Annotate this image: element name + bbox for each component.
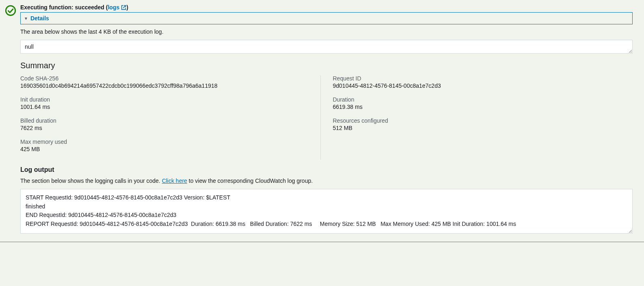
execution-result-panel: Executing function: succeeded (logs ) ▼ … [0, 0, 644, 242]
log-output-box[interactable]: START RequestId: 9d010445-4812-4576-8145… [20, 189, 633, 234]
log-output-heading: Log output [20, 166, 633, 173]
kv-duration: Duration 6619.38 ms [333, 96, 621, 110]
kv-value: 9d010445-4812-4576-8145-00c8a1e7c2d3 [333, 82, 621, 89]
kv-value: 169035601d0c4b694214a6957422cdcb0c199066… [20, 82, 308, 89]
cloudwatch-link[interactable]: Click here [162, 178, 187, 184]
details-toggle[interactable]: ▼ Details [20, 12, 633, 24]
summary-left-col: Code SHA-256 169035601d0c4b694214a695742… [20, 75, 321, 160]
kv-resources: Resources configured 512 MB [333, 117, 621, 131]
log-hint-pre: The section below shows the logging call… [20, 178, 162, 184]
success-check-icon [5, 5, 16, 16]
external-link-icon [121, 5, 126, 10]
status-suffix: ) [126, 4, 128, 11]
kv-label: Max memory used [20, 139, 308, 145]
kv-value: 7622 ms [20, 125, 308, 131]
execution-result-box[interactable]: null [20, 40, 633, 54]
status-text: Executing function: succeeded ( [20, 4, 108, 11]
kv-billed-duration: Billed duration 7622 ms [20, 117, 308, 131]
execution-result-value: null [25, 43, 34, 50]
execution-status-title: Executing function: succeeded (logs ) [20, 4, 633, 11]
log-hint: The section below shows the logging call… [20, 178, 633, 184]
kv-label: Init duration [20, 96, 308, 103]
kv-value: 425 MB [20, 146, 308, 152]
kv-value: 1001.64 ms [20, 104, 308, 110]
kv-request-id: Request ID 9d010445-4812-4576-8145-00c8a… [333, 75, 621, 89]
summary-heading: Summary [20, 61, 633, 70]
kv-label: Request ID [333, 75, 621, 82]
kv-label: Code SHA-256 [20, 75, 308, 82]
log-size-hint: The area below shows the last 4 KB of th… [20, 28, 633, 35]
logs-link[interactable]: logs [108, 4, 126, 11]
kv-label: Duration [333, 96, 621, 103]
summary-right-col: Request ID 9d010445-4812-4576-8145-00c8a… [321, 75, 633, 160]
kv-init-duration: Init duration 1001.64 ms [20, 96, 308, 110]
log-hint-post: to view the corresponding CloudWatch log… [187, 178, 313, 184]
kv-max-memory: Max memory used 425 MB [20, 139, 308, 152]
kv-label: Billed duration [20, 117, 308, 124]
details-label: Details [30, 15, 49, 22]
kv-value: 6619.38 ms [333, 104, 621, 110]
summary-grid: Code SHA-256 169035601d0c4b694214a695742… [20, 75, 633, 160]
svg-point-0 [6, 6, 15, 15]
kv-code-sha: Code SHA-256 169035601d0c4b694214a695742… [20, 75, 308, 89]
kv-label: Resources configured [333, 117, 621, 124]
kv-value: 512 MB [333, 125, 621, 131]
caret-down-icon: ▼ [24, 16, 28, 21]
